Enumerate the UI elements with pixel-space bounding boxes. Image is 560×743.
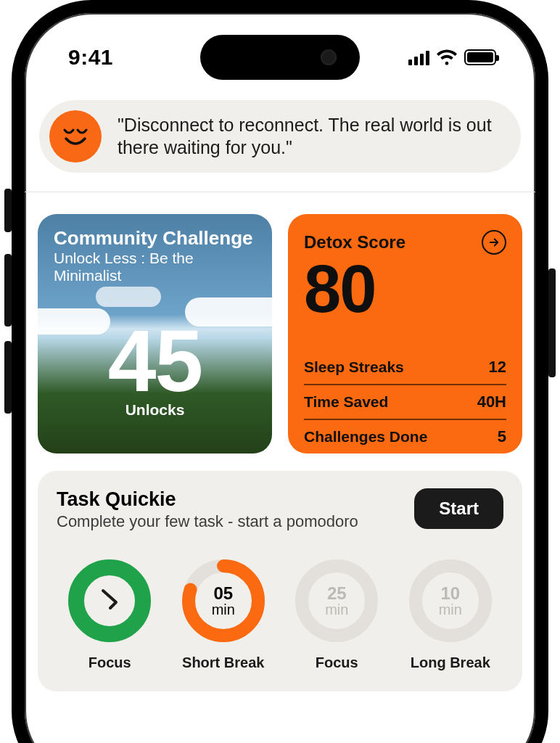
- detox-arrow-button[interactable]: [482, 230, 506, 255]
- stat-row: Challenges Done 5: [304, 419, 506, 453]
- arrow-right-icon: [487, 236, 501, 249]
- phone-frame: 9:41 "Disconnect to reconnect. The real …: [12, 0, 548, 743]
- wifi-icon: [437, 49, 457, 65]
- pomodoro-label: Short Break: [182, 654, 264, 671]
- cellular-signal-icon: [408, 49, 429, 65]
- task-quickie-card: Task Quickie Complete your few task - st…: [38, 471, 522, 691]
- stat-label: Time Saved: [304, 393, 388, 411]
- quote-banner: "Disconnect to reconnect. The real world…: [39, 100, 521, 173]
- section-divider: [25, 192, 535, 192]
- volume-down-button: [4, 341, 12, 414]
- pomodoro-time-unit: min: [325, 602, 348, 617]
- start-button[interactable]: Start: [414, 488, 503, 529]
- community-title: Community Challenge: [54, 229, 256, 248]
- pomodoro-item[interactable]: 05 min Short Break: [170, 557, 277, 671]
- pomodoro-time: 25: [327, 585, 347, 602]
- stat-value: 12: [489, 358, 506, 377]
- pomodoro-label: Long Break: [411, 654, 490, 671]
- pomodoro-time: 10: [440, 585, 460, 602]
- check-icon: [92, 582, 127, 620]
- pomodoro-label: Focus: [88, 654, 131, 671]
- stat-value: 5: [498, 427, 506, 446]
- volume-switch: [4, 189, 12, 232]
- stat-label: Sleep Streaks: [304, 358, 404, 376]
- status-time: 9:41: [68, 45, 113, 70]
- stat-row: Time Saved 40H: [304, 384, 506, 419]
- stat-label: Challenges Done: [304, 428, 427, 446]
- pomodoro-label: Focus: [316, 654, 358, 671]
- mascot-icon: [49, 110, 102, 163]
- pomodoro-time-unit: min: [212, 602, 235, 617]
- detox-title: Detox Score: [304, 232, 405, 253]
- pomodoro-item[interactable]: 10 min Long Break: [398, 557, 504, 671]
- detox-score: 80: [304, 258, 506, 321]
- detox-score-card[interactable]: Detox Score 80 Sleep Streaks 12 Time Sav…: [288, 214, 522, 453]
- pomodoro-item[interactable]: Focus: [57, 557, 163, 671]
- stat-value: 40H: [477, 393, 506, 411]
- camera-icon: [321, 49, 337, 65]
- community-challenge-card[interactable]: Community Challenge Unlock Less : Be the…: [38, 214, 272, 453]
- quote-text: "Disconnect to reconnect. The real world…: [118, 114, 499, 160]
- community-subtitle: Unlock Less : Be the Minimalist: [54, 250, 256, 284]
- pomodoro-time: 05: [213, 585, 233, 602]
- community-value-label: Unlocks: [54, 401, 256, 419]
- dynamic-island: [200, 35, 360, 80]
- pomodoro-item[interactable]: 25 min Focus: [284, 557, 390, 671]
- task-title: Task Quickie: [57, 488, 358, 511]
- power-button: [548, 268, 556, 377]
- stat-row: Sleep Streaks 12: [304, 350, 506, 384]
- volume-up-button: [4, 254, 12, 327]
- battery-icon: [464, 49, 496, 65]
- pomodoro-time-unit: min: [439, 602, 462, 617]
- task-subtitle: Complete your few task - start a pomodor…: [57, 512, 358, 531]
